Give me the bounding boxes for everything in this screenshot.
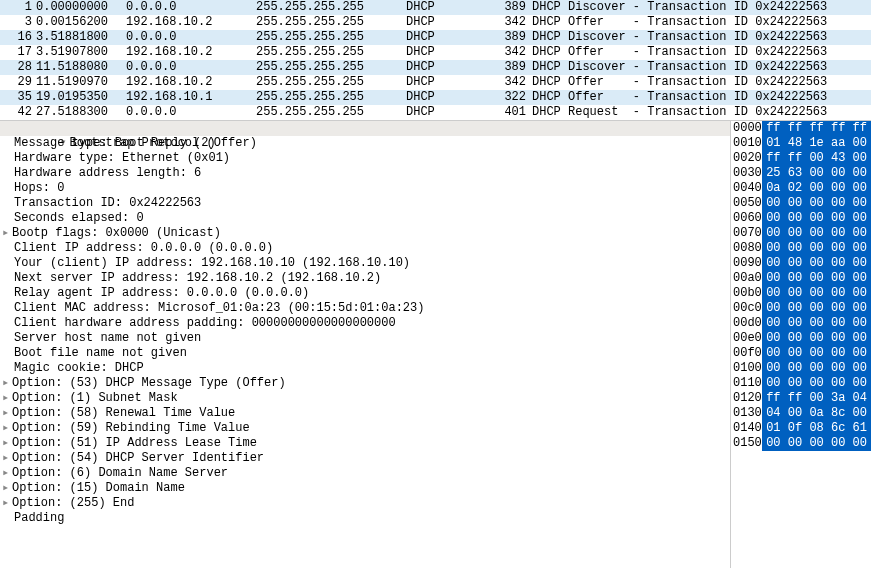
hex-bytes: 00 00 00 00 00 [762, 256, 871, 271]
tree-text: Option: (53) DHCP Message Type (Offer) [12, 376, 286, 390]
packet-row[interactable]: 2911.5190970192.168.10.2255.255.255.255D… [0, 75, 871, 90]
packet-row[interactable]: 10.000000000.0.0.0255.255.255.255DHCP389… [0, 0, 871, 15]
packet-details-pane[interactable]: ▾Bootstrap Protocol (Offer) Message type… [0, 121, 731, 568]
tree-text: Client IP address: 0.0.0.0 (0.0.0.0) [14, 241, 273, 255]
hex-row[interactable]: 00f000 00 00 00 00 [731, 346, 871, 361]
hex-offset: 00e0 [731, 331, 762, 346]
hex-row[interactable]: 011000 00 00 00 00 [731, 376, 871, 391]
hex-offset: 0150 [731, 436, 762, 451]
packet-row[interactable]: 173.51907800192.168.10.2255.255.255.255D… [0, 45, 871, 60]
packet-list-pane[interactable]: 10.000000000.0.0.0255.255.255.255DHCP389… [0, 0, 871, 121]
hex-row[interactable]: 00b000 00 00 00 00 [731, 286, 871, 301]
hex-row[interactable]: 0000ff ff ff ff ff [731, 121, 871, 136]
tree-line[interactable]: ▸Option: (53) DHCP Message Type (Offer) [0, 376, 730, 391]
hex-bytes: 25 63 00 00 00 [762, 166, 871, 181]
packet-row[interactable]: 30.00156200192.168.10.2255.255.255.255DH… [0, 15, 871, 30]
hex-row[interactable]: 009000 00 00 00 00 [731, 256, 871, 271]
hex-bytes: 01 0f 08 6c 61 [762, 421, 871, 436]
expand-icon[interactable]: ▸ [2, 406, 12, 421]
col-source: 0.0.0.0 [126, 60, 256, 75]
hex-dump-pane[interactable]: 0000ff ff ff ff ff001001 48 1e aa 000020… [731, 121, 871, 568]
expand-icon[interactable]: ▸ [2, 466, 12, 481]
tree-line[interactable]: ▸Option: (255) End [0, 496, 730, 511]
col-source: 192.168.10.2 [126, 15, 256, 30]
col-info: DHCP Offer - Transaction ID 0x24222563 [526, 90, 869, 105]
tree-line[interactable]: Next server IP address: 192.168.10.2 (19… [0, 271, 730, 286]
hex-row[interactable]: 013004 00 0a 8c 00 [731, 406, 871, 421]
tree-line[interactable]: ▸Option: (1) Subnet Mask [0, 391, 730, 406]
col-length: 401 [486, 105, 526, 120]
hex-row[interactable]: 003025 63 00 00 00 [731, 166, 871, 181]
col-source: 192.168.10.2 [126, 75, 256, 90]
tree-text: Relay agent IP address: 0.0.0.0 (0.0.0.0… [14, 286, 309, 300]
tree-root-bootstrap[interactable]: ▾Bootstrap Protocol (Offer) [0, 121, 730, 136]
col-destination: 255.255.255.255 [256, 105, 406, 120]
tree-text: Option: (15) Domain Name [12, 481, 185, 495]
hex-row[interactable]: 005000 00 00 00 00 [731, 196, 871, 211]
hex-offset: 0090 [731, 256, 762, 271]
tree-line[interactable]: Padding [0, 511, 730, 526]
expand-icon[interactable]: ▸ [2, 451, 12, 466]
col-source: 0.0.0.0 [126, 105, 256, 120]
hex-offset: 00b0 [731, 286, 762, 301]
tree-line[interactable]: ▸Option: (54) DHCP Server Identifier [0, 451, 730, 466]
tree-line[interactable]: Hops: 0 [0, 181, 730, 196]
tree-line[interactable]: Magic cookie: DHCP [0, 361, 730, 376]
tree-line[interactable]: ▸Option: (58) Renewal Time Value [0, 406, 730, 421]
hex-row[interactable]: 007000 00 00 00 00 [731, 226, 871, 241]
tree-line[interactable]: Seconds elapsed: 0 [0, 211, 730, 226]
tree-line[interactable]: ▸Option: (15) Domain Name [0, 481, 730, 496]
hex-offset: 0000 [731, 121, 762, 136]
tree-line[interactable]: Client hardware address padding: 0000000… [0, 316, 730, 331]
hex-row[interactable]: 00d000 00 00 00 00 [731, 316, 871, 331]
packet-row[interactable]: 3519.0195350192.168.10.1255.255.255.255D… [0, 90, 871, 105]
hex-bytes: 00 00 00 00 00 [762, 196, 871, 211]
packet-row[interactable]: 2811.51880800.0.0.0255.255.255.255DHCP38… [0, 60, 871, 75]
hex-row[interactable]: 008000 00 00 00 00 [731, 241, 871, 256]
hex-row[interactable]: 014001 0f 08 6c 61 [731, 421, 871, 436]
expand-icon[interactable]: ▸ [2, 496, 12, 511]
hex-row[interactable]: 0120ff ff 00 3a 04 [731, 391, 871, 406]
tree-line[interactable]: Server host name not given [0, 331, 730, 346]
col-length: 342 [486, 15, 526, 30]
hex-row[interactable]: 00c000 00 00 00 00 [731, 301, 871, 316]
col-destination: 255.255.255.255 [256, 90, 406, 105]
col-no: 3 [2, 15, 32, 30]
tree-line[interactable]: ▸Option: (51) IP Address Lease Time [0, 436, 730, 451]
tree-line[interactable]: Client IP address: 0.0.0.0 (0.0.0.0) [0, 241, 730, 256]
col-no: 1 [2, 0, 32, 15]
hex-offset: 0060 [731, 211, 762, 226]
hex-row[interactable]: 0020ff ff 00 43 00 [731, 151, 871, 166]
tree-line[interactable]: Hardware address length: 6 [0, 166, 730, 181]
tree-line[interactable]: ▸Option: (6) Domain Name Server [0, 466, 730, 481]
expand-icon[interactable]: ▸ [2, 391, 12, 406]
col-time: 0.00000000 [32, 0, 126, 15]
hex-row[interactable]: 006000 00 00 00 00 [731, 211, 871, 226]
expand-icon[interactable]: ▸ [2, 481, 12, 496]
hex-row[interactable]: 00e000 00 00 00 00 [731, 331, 871, 346]
col-no: 16 [2, 30, 32, 45]
tree-line[interactable]: Client MAC address: Microsof_01:0a:23 (0… [0, 301, 730, 316]
expand-icon[interactable]: ▸ [2, 376, 12, 391]
hex-row[interactable]: 00400a 02 00 00 00 [731, 181, 871, 196]
tree-line[interactable]: Message type: Boot Reply (2) [0, 136, 730, 151]
tree-line[interactable]: Your (client) IP address: 192.168.10.10 … [0, 256, 730, 271]
tree-line[interactable]: Relay agent IP address: 0.0.0.0 (0.0.0.0… [0, 286, 730, 301]
hex-row[interactable]: 001001 48 1e aa 00 [731, 136, 871, 151]
tree-line[interactable]: ▸Bootp flags: 0x0000 (Unicast) [0, 226, 730, 241]
tree-line[interactable]: Transaction ID: 0x24222563 [0, 196, 730, 211]
tree-text: Option: (51) IP Address Lease Time [12, 436, 257, 450]
expand-icon[interactable]: ▸ [2, 436, 12, 451]
tree-line[interactable]: ▸Option: (59) Rebinding Time Value [0, 421, 730, 436]
expand-icon[interactable]: ▸ [2, 226, 12, 241]
hex-row[interactable]: 015000 00 00 00 00 [731, 436, 871, 451]
packet-row[interactable]: 163.518818000.0.0.0255.255.255.255DHCP38… [0, 30, 871, 45]
hex-row[interactable]: 00a000 00 00 00 00 [731, 271, 871, 286]
hex-row[interactable]: 010000 00 00 00 00 [731, 361, 871, 376]
tree-line[interactable]: Boot file name not given [0, 346, 730, 361]
tree-line[interactable]: Hardware type: Ethernet (0x01) [0, 151, 730, 166]
tree-text: Hops: 0 [14, 181, 64, 195]
hex-bytes: 00 00 00 00 00 [762, 436, 871, 451]
packet-row[interactable]: 4227.51883000.0.0.0255.255.255.255DHCP40… [0, 105, 871, 120]
expand-icon[interactable]: ▸ [2, 421, 12, 436]
